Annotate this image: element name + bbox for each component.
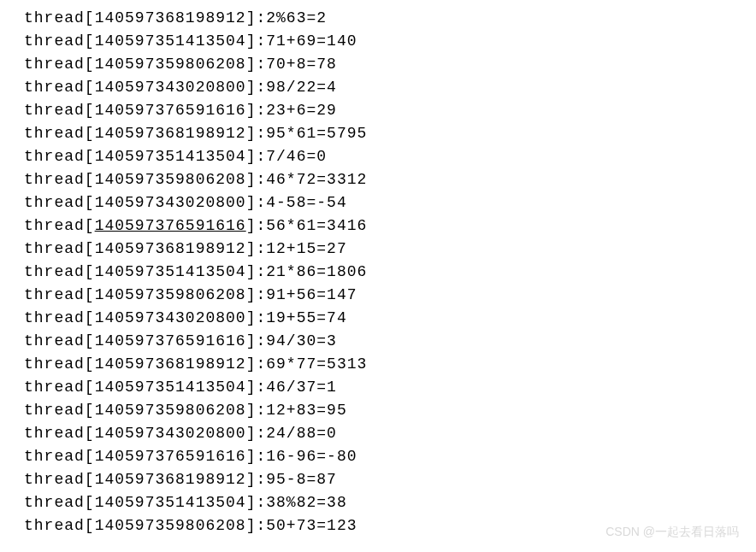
thread-id: 140597359806208 [95,402,246,419]
expression: 7/46=0 [266,148,327,165]
expression: 12+15=27 [266,240,346,257]
expression: 98/22=4 [266,79,337,96]
separator: ]: [246,217,267,234]
watermark: CSDN @一起去看日落吗 [605,525,739,540]
thread-id: 140597343020800 [95,309,246,326]
expression: 69*77=5313 [266,355,367,373]
separator: ]: [246,9,267,26]
separator: ]: [246,240,267,257]
log-line: thread[140597376591616]:56*61=3416 [24,214,732,238]
expression: 16-96=-80 [266,448,357,465]
log-line: thread[140597351413504]:21*86=1806 [24,261,732,284]
thread-prefix: thread[ [24,448,95,465]
log-line: thread[140597343020800]:98/22=4 [24,76,732,99]
separator: ]: [246,102,267,119]
thread-prefix: thread[ [24,79,95,96]
separator: ]: [246,286,267,303]
separator: ]: [246,332,267,349]
log-line: thread[140597351413504]:7/46=0 [24,145,732,168]
log-line: thread[140597368198912]:12+15=27 [24,238,732,261]
separator: ]: [246,148,267,165]
log-line: thread[140597376591616]:16-96=-80 [24,445,732,468]
expression: 21*86=1806 [266,263,367,280]
thread-prefix: thread[ [24,32,95,50]
thread-id: 140597351413504 [95,379,246,396]
log-line: thread[140597343020800]:4-58=-54 [24,191,732,214]
expression: 12+83=95 [266,402,346,419]
expression: 2%63=2 [266,9,327,26]
separator: ]: [246,355,267,373]
log-line: thread[140597351413504]:46/37=1 [24,376,732,399]
log-line: thread[140597343020800]:24/88=0 [24,422,732,445]
thread-prefix: thread[ [24,494,95,511]
thread-prefix: thread[ [24,379,95,396]
expression: 71+69=140 [266,32,357,50]
expression: 56*61=3416 [266,217,367,234]
thread-prefix: thread[ [24,286,95,303]
expression: 23+6=29 [266,102,337,119]
thread-id: 140597368198912 [95,125,246,142]
thread-id: 140597376591616 [95,217,246,234]
separator: ]: [246,263,267,280]
log-line: thread[140597376591616]:23+6=29 [24,99,732,122]
expression: 91+56=147 [266,286,357,303]
thread-prefix: thread[ [24,332,95,349]
log-line: thread[140597368198912]:2%63=2 [24,7,732,30]
expression: 46/37=1 [266,379,337,396]
separator: ]: [246,402,267,419]
thread-id: 140597376591616 [95,102,246,119]
thread-prefix: thread[ [24,425,95,442]
thread-prefix: thread[ [24,125,95,142]
expression: 46*72=3312 [266,171,367,188]
thread-log-output: thread[140597368198912]:2%63=2thread[140… [24,7,732,537]
thread-id: 140597368198912 [95,355,246,373]
separator: ]: [246,194,267,211]
thread-id: 140597343020800 [95,79,246,96]
thread-prefix: thread[ [24,102,95,119]
log-line: thread[140597359806208]:12+83=95 [24,399,732,422]
thread-prefix: thread[ [24,171,95,188]
thread-id: 140597368198912 [95,240,246,257]
expression: 70+8=78 [266,56,337,73]
thread-id: 140597376591616 [95,448,246,465]
thread-prefix: thread[ [24,471,95,488]
thread-prefix: thread[ [24,240,95,257]
expression: 38%82=38 [266,494,346,511]
separator: ]: [246,517,267,534]
log-line: thread[140597368198912]:69*77=5313 [24,353,732,376]
log-line: thread[140597359806208]:91+56=147 [24,284,732,307]
thread-prefix: thread[ [24,402,95,419]
log-line: thread[140597351413504]:38%82=38 [24,491,732,514]
separator: ]: [246,471,267,488]
expression: 95*61=5795 [266,125,367,142]
separator: ]: [246,32,267,50]
thread-id: 140597359806208 [95,286,246,303]
thread-id: 140597351413504 [95,494,246,511]
thread-id: 140597368198912 [95,9,246,26]
thread-prefix: thread[ [24,194,95,211]
separator: ]: [246,448,267,465]
thread-prefix: thread[ [24,355,95,373]
thread-id: 140597351413504 [95,32,246,50]
thread-id: 140597376591616 [95,332,246,349]
separator: ]: [246,125,267,142]
thread-id: 140597368198912 [95,471,246,488]
log-line: thread[140597343020800]:19+55=74 [24,307,732,330]
thread-prefix: thread[ [24,56,95,73]
log-line: thread[140597376591616]:94/30=3 [24,330,732,353]
thread-prefix: thread[ [24,9,95,26]
thread-prefix: thread[ [24,309,95,326]
thread-prefix: thread[ [24,148,95,165]
expression: 50+73=123 [266,517,357,534]
log-line: thread[140597368198912]:95-8=87 [24,468,732,491]
thread-id: 140597359806208 [95,171,246,188]
separator: ]: [246,79,267,96]
thread-prefix: thread[ [24,517,95,534]
separator: ]: [246,379,267,396]
expression: 4-58=-54 [266,194,346,211]
thread-id: 140597351413504 [95,263,246,280]
thread-id: 140597343020800 [95,425,246,442]
expression: 24/88=0 [266,425,337,442]
log-line: thread[140597351413504]:71+69=140 [24,30,732,53]
separator: ]: [246,494,267,511]
